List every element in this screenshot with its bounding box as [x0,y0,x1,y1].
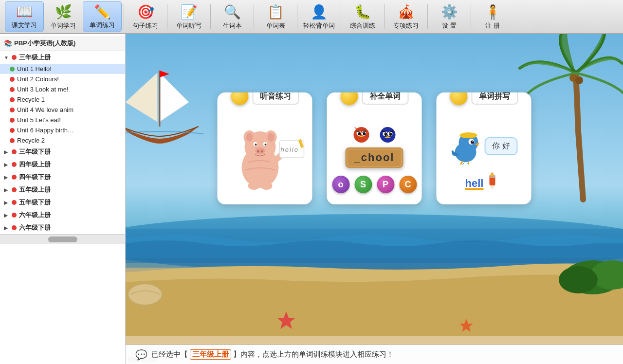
letter-s[interactable]: S [354,176,372,193]
tree-grade-4down[interactable]: ▶ 四年级下册 [0,171,125,183]
letter-c[interactable]: C [399,176,417,193]
sidebar-item-unit1[interactable]: Unit 1 Hello! [0,64,125,74]
letter-o[interactable]: o [332,176,349,193]
grade-dot-6up [12,213,17,218]
pig-illustration: hello [223,119,306,194]
fillword-card[interactable]: 补全单词 [327,92,422,204]
sidebar-bottom [0,234,125,244]
listening-card-body: hello [222,113,308,200]
toolbar-item-dancibiao[interactable]: 📋 单词表 [256,1,295,32]
listening-card[interactable]: 听音练习 [218,92,312,204]
toolbar-item-shengciben[interactable]: 🔍 生词本 [213,1,252,32]
grade-dot-3down [12,149,17,154]
sidebar-scrollbar[interactable] [48,237,77,242]
svg-point-36 [358,132,361,135]
svg-marker-55 [489,185,495,189]
spelling-card-header: 单词拼写 [450,92,518,105]
toolbar-item-shezhi[interactable]: ⚙️ 设 置 [430,1,469,32]
toolbar-label-kewenxuexi: 课文学习 [12,21,37,30]
tree-arrow-3down: ▶ [4,149,10,155]
dancitigong-icon: 📝 [180,3,198,20]
fillword-card-body: _chool o S P C [332,113,417,200]
svg-point-25 [255,147,265,154]
letter-p[interactable]: P [377,176,394,193]
animal2-svg [375,124,400,144]
dancibiao-icon: 📋 [266,3,285,20]
unit1-dot [10,67,15,72]
toolbar-item-dancixuexi[interactable]: 🌿 单词学习 [44,1,83,32]
svg-point-11 [559,266,598,293]
toolbar-item-qingsongbei[interactable]: 👤 轻松背单词 [299,1,339,32]
tree-arrow-6down: ▶ [4,225,10,231]
unit5-label: Unit 5 Let's eat! [17,116,61,124]
tree-grade-5up[interactable]: ▶ 五年级上册 [0,183,125,196]
juzilianxi-icon: 🎯 [136,3,155,20]
recycle2-label: Recycle 2 [17,137,45,144]
toolbar-item-zhuce[interactable]: 🧍 注 册 [473,1,512,32]
speech-bubble: 你 好 [484,137,517,155]
sidebar-item-unit6[interactable]: Unit 6 Happy birth… [0,125,125,135]
sidebar-item-unit4[interactable]: Unit 4 We love anim [0,105,125,115]
tree-grade-3up[interactable]: ▼ 三年级上册 [0,51,125,64]
listening-card-dot [231,92,248,105]
grade-label-3down: 三年级下册 [19,147,51,156]
sidebar-item-recycle1[interactable]: Recycle 1 [0,94,125,105]
tree-grade-3down[interactable]: ▶ 三年级下册 [0,146,125,158]
tree-arrow-5up: ▶ [4,187,10,193]
tree-arrow-6up: ▶ [4,213,10,218]
tree-grade-4up[interactable]: ▶ 四年级上册 [0,158,125,171]
grade-dot-6down [12,225,17,230]
unit6-label: Unit 6 Happy birth… [17,127,74,134]
unit4-dot [10,108,15,112]
grade-label-4down: 四年级下册 [19,173,51,182]
toolbar-divider-6 [341,4,341,29]
toolbar-item-juzilianxi[interactable]: 🎯 句子练习 [126,1,165,32]
sidebar-item-unit2[interactable]: Unit 2 Colours! [0,74,125,84]
svg-point-8 [575,76,583,84]
unit3-label: Unit 3 Look at me! [17,86,69,93]
toolbar-label-zonghexunlian: 综合训练 [350,21,375,30]
spelling-card-dot [450,92,467,105]
shengciben-icon: 🔍 [223,3,241,20]
sidebar-item-recycle2[interactable]: Recycle 2 [0,135,125,146]
svg-point-37 [363,132,366,135]
content-area: 听音练习 [126,34,623,364]
svg-point-32 [260,182,272,190]
tree-grade-6up[interactable]: ▶ 六年级上册 [0,209,125,221]
spelling-card[interactable]: 单词拼写 [437,92,531,204]
bird-svg [450,128,481,164]
shezhi-icon: ⚙️ [440,3,458,20]
sidebar-header: 📚 PBP小学英语(人教版) [0,36,125,51]
animal1-svg [349,124,373,144]
toolbar-item-dancilianxi[interactable]: ✏️ 单词练习 [83,1,122,32]
svg-point-23 [255,144,257,146]
fillword-card-title: 补全单词 [362,92,408,105]
grade-dot-3up [12,55,17,60]
svg-point-18 [246,133,253,142]
main-layout: 📚 PBP小学英语(人教版) ▼ 三年级上册 Unit 1 Hello! Uni… [0,34,623,364]
status-bar: 💬 已经选中【 三年级上册 】内容，点选上方的单词训练模块进入相应练习！ [126,345,623,364]
sidebar-item-unit3[interactable]: Unit 3 Look at me! [0,84,125,94]
status-message-pre: 已经选中【 [151,350,188,359]
pig-svg: hello [223,119,306,194]
recycle1-label: Recycle 1 [17,96,45,103]
tree-grade-6down[interactable]: ▶ 六年级下册 [0,221,125,234]
toolbar-item-zhuanxiang[interactable]: 🎪 专项练习 [386,1,425,32]
listening-card-header: 听音练习 [231,92,299,105]
status-message-post: 】内容，点选上方的单词训练模块进入相应练习！ [233,350,394,359]
toolbar-label-zhuanxiang: 专项练习 [393,21,419,30]
zonghexunlian-icon: 🐛 [353,3,372,20]
toolbar-item-dancitigong[interactable]: 📝 单词听写 [169,1,208,32]
toolbar-divider-9 [471,4,471,29]
unit2-label: Unit 2 Colours! [17,75,59,83]
toolbar-divider-2 [167,4,167,29]
cards-container: 听音练习 [218,92,531,204]
toolbar-item-zonghexunlian[interactable]: 🐛 综合训练 [343,1,382,32]
letter-options: o S P C [332,176,417,193]
sidebar-item-unit5[interactable]: Unit 5 Let's eat! [0,115,125,125]
tree-grade-5down[interactable]: ▶ 五年级下册 [0,196,125,209]
toolbar-item-kewenxuexi[interactable]: 📖 课文学习 [5,1,44,32]
status-highlight: 三年级上册 [190,349,231,360]
toolbar-label-dancibiao: 单词表 [266,21,285,30]
dancixuexi-icon: 🌿 [54,3,73,20]
